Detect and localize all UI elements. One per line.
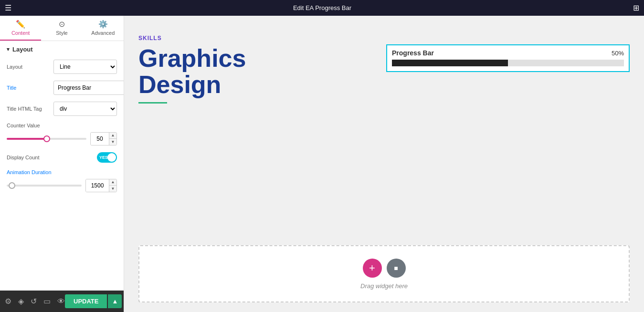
update-button[interactable]: UPDATE <box>65 294 107 308</box>
section-toggle[interactable]: ▾ <box>7 46 10 52</box>
style-icon: ⊙ <box>59 20 65 29</box>
canvas-area: SKILLS Graphics Design Progress Bar 50% … <box>124 16 644 312</box>
toggle-yes-label: YES <box>99 155 108 160</box>
layout-select[interactable]: Line Circle <box>53 60 117 74</box>
display-count-toggle[interactable]: YES <box>97 152 117 163</box>
advanced-icon: ⚙️ <box>98 20 108 29</box>
title-html-tag-select[interactable]: div h1 h2 span <box>53 102 117 116</box>
anim-spin-up[interactable]: ▲ <box>109 179 116 186</box>
counter-label: Counter Value <box>7 123 117 128</box>
hamburger-icon[interactable]: ☰ <box>5 3 11 12</box>
section-header-layout: ▾ Layout <box>7 46 117 53</box>
drop-zone[interactable]: + ■ Drag widget here <box>138 245 630 302</box>
counter-slider-track[interactable] <box>7 138 86 140</box>
bottom-icons: ⚙ ◈ ↺ ▭ 👁 <box>5 297 65 306</box>
anim-slider-track[interactable] <box>7 185 82 187</box>
preview-icon[interactable]: 👁 <box>57 297 65 306</box>
add-section-button[interactable]: ■ <box>387 259 406 278</box>
counter-controls: ▲ ▼ <box>7 132 117 146</box>
skills-label: SKILLS <box>138 35 625 42</box>
title-row: Title <box>7 81 117 95</box>
history-icon[interactable]: ↺ <box>31 297 37 306</box>
tab-style-label: Style <box>56 30 67 36</box>
counter-input-wrap: ▲ ▼ <box>90 132 117 146</box>
settings-icon[interactable]: ⚙ <box>5 297 11 306</box>
tab-style[interactable]: ⊙ Style <box>41 16 82 41</box>
counter-value-row: Counter Value ▲ ▼ <box>7 123 117 146</box>
layout-label: Layout <box>7 64 50 70</box>
panel-content: ▾ Layout Layout Line Circle Title Title … <box>0 41 124 291</box>
tab-content-label: Content <box>11 30 30 36</box>
counter-input[interactable] <box>91 133 109 145</box>
graphics-line1: Graphics <box>138 44 246 72</box>
layout-row: Layout Line Circle <box>7 60 117 74</box>
title-label: Title <box>7 85 50 91</box>
progress-bar-title: Progress Bar <box>392 49 434 57</box>
display-count-label: Display Count <box>7 155 97 160</box>
animation-duration-row: Animation Duration ▲ ▼ <box>7 169 117 192</box>
title-input[interactable] <box>53 81 124 95</box>
progress-bar-widget: Progress Bar 50% <box>386 44 630 72</box>
anim-input[interactable] <box>86 179 109 192</box>
anim-controls: ▲ ▼ <box>7 179 117 192</box>
counter-spin-down[interactable]: ▼ <box>109 139 116 145</box>
counter-slider-fill <box>7 138 47 140</box>
title-html-tag-label: Title HTML Tag <box>7 106 50 112</box>
drop-zone-text: Drag widget here <box>360 282 408 290</box>
top-bar: ☰ Edit EA Progress Bar ⊞ <box>0 0 644 16</box>
counter-spinners: ▲ ▼ <box>109 133 116 145</box>
sidebar: ✏️ Content ⊙ Style ⚙️ Advanced ▾ Layout … <box>0 16 124 312</box>
main-layout: ✏️ Content ⊙ Style ⚙️ Advanced ▾ Layout … <box>0 16 644 312</box>
responsive-icon[interactable]: ▭ <box>43 297 51 306</box>
tab-advanced[interactable]: ⚙️ Advanced <box>83 16 124 41</box>
progress-bar-track <box>392 60 624 66</box>
tab-content[interactable]: ✏️ Content <box>0 16 41 41</box>
top-bar-title: Edit EA Progress Bar <box>16 4 628 11</box>
grid-icon[interactable]: ⊞ <box>633 3 639 12</box>
anim-spinners: ▲ ▼ <box>109 179 116 192</box>
counter-slider-thumb[interactable] <box>43 135 50 142</box>
drop-zone-buttons: + ■ <box>363 259 406 278</box>
anim-spin-down[interactable]: ▼ <box>109 186 116 192</box>
add-widget-button[interactable]: + <box>363 259 382 278</box>
progress-header: Progress Bar 50% <box>392 49 624 57</box>
display-count-row: Display Count YES <box>7 152 117 163</box>
canvas-content: SKILLS Graphics Design Progress Bar 50% <box>124 16 644 236</box>
section-label: Layout <box>12 46 33 53</box>
tab-bar: ✏️ Content ⊙ Style ⚙️ Advanced <box>0 16 124 41</box>
update-button-group: UPDATE ▲ <box>65 294 122 308</box>
bottom-bar: ⚙ ◈ ↺ ▭ 👁 UPDATE ▲ <box>0 291 124 312</box>
progress-bar-fill <box>392 60 508 66</box>
green-underline <box>138 102 167 104</box>
anim-input-wrap: ▲ ▼ <box>85 179 117 192</box>
content-icon: ✏️ <box>16 20 25 29</box>
update-arrow-button[interactable]: ▲ <box>108 294 122 308</box>
toggle-knob <box>107 153 116 162</box>
tab-advanced-label: Advanced <box>91 30 115 36</box>
anim-slider-thumb[interactable] <box>9 182 15 189</box>
layers-icon[interactable]: ◈ <box>18 297 24 306</box>
counter-spin-up[interactable]: ▲ <box>109 133 116 139</box>
title-html-tag-row: Title HTML Tag div h1 h2 span <box>7 102 117 116</box>
progress-bar-percent: 50% <box>612 50 624 57</box>
anim-label: Animation Duration <box>7 169 117 175</box>
graphics-line2: Design <box>138 71 221 98</box>
